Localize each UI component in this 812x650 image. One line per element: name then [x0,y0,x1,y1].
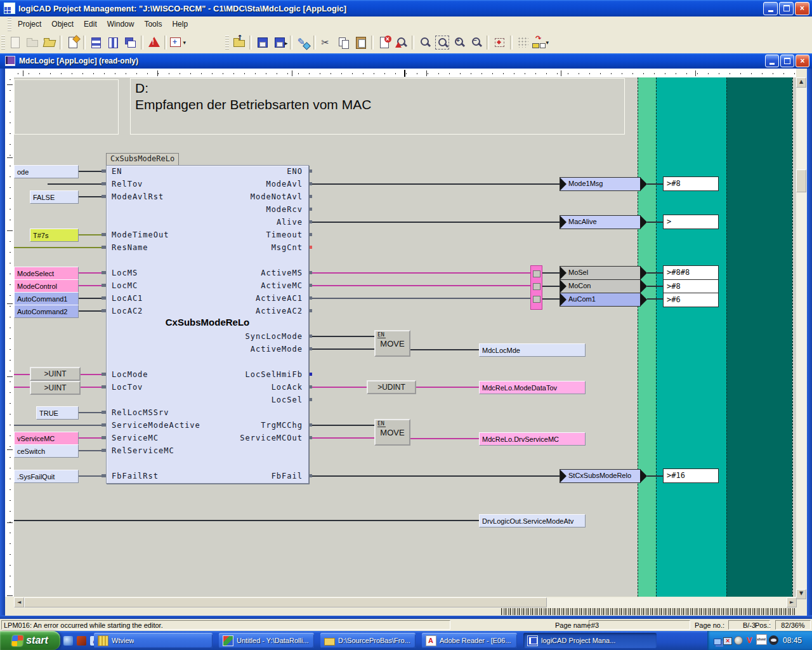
cut-button[interactable] [318,34,335,51]
paste-button[interactable] [352,34,369,51]
menu-tools[interactable]: Tools [139,18,167,30]
input-box-T7s[interactable]: T#7s [30,229,79,242]
output-arrow-MoSel[interactable]: MoSel [560,266,641,280]
taskbar-button-adobe[interactable]: Adobe Reader - [E06... [422,633,517,648]
sink-box-MdcReLoDrvServiceMC[interactable]: MdcReLo.DrvServiceMC [479,432,586,446]
taskbar-button-logicad[interactable]: logiCAD Project Mana... [523,633,657,648]
input-box-TRUE[interactable]: TRUE [36,406,79,420]
menu-project[interactable]: Project [13,18,46,30]
menu-window[interactable]: Window [102,18,140,30]
block-type-tab[interactable]: CxSubsModeReLo [106,153,179,166]
scroll-up-button[interactable]: ▲ [796,77,806,88]
save-all-button[interactable]: ▸ [271,34,288,51]
menu-edit[interactable]: Edit [79,18,102,30]
zoom-out-button[interactable] [468,34,485,51]
up-one-level-button[interactable]: ↑ [230,34,247,51]
value-box[interactable]: >#6 [663,293,719,307]
taskbar-button-folder[interactable]: D:\SourceProBas\Fro... [320,633,416,648]
input-box-SysFailQuit[interactable]: .SysFailQuit [14,470,79,483]
output-arrow-StCxSubsModeRelo[interactable]: StCxSubsModeRelo [560,469,641,483]
taskbar-button-wtview[interactable]: Wtview [94,633,213,648]
properties-button[interactable] [64,34,81,51]
copy-button[interactable] [335,34,352,51]
network-icon[interactable] [714,639,721,645]
toolbar2-gripper[interactable] [225,36,229,50]
child-minimize-button[interactable] [765,55,779,67]
quicklaunch-app1-icon[interactable] [63,636,73,646]
save-button[interactable] [254,34,271,51]
converter-UDINT[interactable]: >UDINT [367,380,416,394]
connector-strip[interactable] [530,265,542,310]
zoom-page-button[interactable] [433,34,450,51]
connector-port[interactable] [533,270,540,277]
menu-object[interactable]: Object [46,18,79,30]
connector-port[interactable] [533,296,540,303]
value-box[interactable]: >#16 [663,468,719,483]
input-box-ode[interactable]: ode [14,165,79,178]
input-box-FALSE[interactable]: FALSE [30,190,79,204]
move-block-2[interactable]: ENMOVE [374,419,410,446]
zoom-window-button[interactable] [416,34,433,51]
message-list-button[interactable] [145,34,162,51]
input-box-AutoCommand1[interactable]: AutoCommand1 [14,292,79,305]
input-box-ModeSelect[interactable]: ModeSelect [14,267,79,280]
menu-help[interactable]: Help [167,18,193,30]
connection-mode-button[interactable]: ↷▾ [532,34,549,51]
dropdown-arrow-icon[interactable]: ▾ [546,39,549,46]
viewer-icon[interactable] [769,635,778,645]
input-box-ModeControl[interactable]: ModeControl [14,279,79,293]
window-overview-button[interactable]: ▾ [169,34,186,51]
menubar-gripper[interactable] [8,17,11,31]
quicklaunch-app2-icon[interactable] [77,636,86,646]
antivirus-icon[interactable] [745,635,754,645]
input-box-vServiceMC[interactable]: vServiceMC [14,432,79,445]
audio-icon[interactable] [734,636,743,645]
scroll-down-button[interactable]: ▼ [796,589,806,599]
show-errors-button[interactable] [393,34,410,51]
zoom-fit-button[interactable] [491,34,508,51]
scroll-right-button[interactable]: ► [787,597,797,607]
xhml-icon[interactable] [756,634,767,645]
output-arrow-MoCon[interactable]: MoCon [560,279,641,293]
tile-vertical-button[interactable] [105,34,122,51]
child-restore-button[interactable] [780,55,794,67]
zoom-in-button[interactable] [450,34,468,51]
value-box[interactable]: > [663,215,719,229]
horizontal-scrollbar[interactable]: ◄ ► [14,597,797,608]
vertical-scroll-thumb[interactable] [796,169,806,192]
close-button[interactable]: × [795,2,809,15]
child-close-button[interactable]: × [796,55,809,67]
output-arrow-Mode1Msg[interactable]: Mode1Msg [560,177,641,191]
sink-box-MdcLocMde[interactable]: MdcLocMde [479,343,586,357]
vertical-scrollbar[interactable]: ▲ ▼ [796,77,807,599]
value-box[interactable]: >#8 [663,279,719,294]
converter-UINT[interactable]: >UINT [30,367,81,381]
open-folder-button[interactable] [41,34,58,51]
connector-port[interactable] [533,283,540,290]
horizontal-scroll-thumb[interactable] [24,597,547,607]
value-box[interactable]: >#8 [663,176,719,191]
value-box[interactable]: >#8#8 [663,265,719,280]
sink-box-DrvLogicOutServiceModeAtv[interactable]: DrvLogicOut.ServiceModeAtv [479,514,586,527]
input-box-ceSwitch[interactable]: ceSwitch [14,444,79,458]
edit-graphic-button[interactable] [294,34,311,51]
empty-title-box[interactable] [14,79,119,135]
dropdown-arrow-icon[interactable]: ▾ [183,39,186,46]
sink-box-MdcReLoModeDataTov[interactable]: MdcReLo.ModeDataTov [479,381,586,394]
taskbar-button-untitled[interactable]: Untitled - Y:\DataRolli... [219,633,314,648]
converter-UINT[interactable]: >UINT [30,381,81,395]
input-box-AutoCommand2[interactable]: AutoCommand2 [14,305,79,318]
start-button[interactable]: start [0,631,60,650]
cascade-windows-button[interactable] [122,34,139,51]
function-block-CxSubsModeReLo[interactable]: CxSubsModeReLo ENRelTovModeAvlRstModeTim… [106,165,309,484]
tile-horizontal-button[interactable] [88,34,105,51]
restore-button[interactable] [779,2,794,15]
minimize-button[interactable] [763,2,778,15]
output-arrow-MacAlive[interactable]: MacAlive [560,215,641,229]
toolbar1-gripper[interactable] [1,36,5,50]
move-block-1[interactable]: ENMOVE [374,330,410,357]
delete-object-button[interactable] [376,34,393,51]
display-error-icon[interactable] [723,637,732,645]
output-arrow-AuCom1[interactable]: AuCom1 [560,293,641,307]
scroll-left-button[interactable]: ◄ [14,597,24,607]
